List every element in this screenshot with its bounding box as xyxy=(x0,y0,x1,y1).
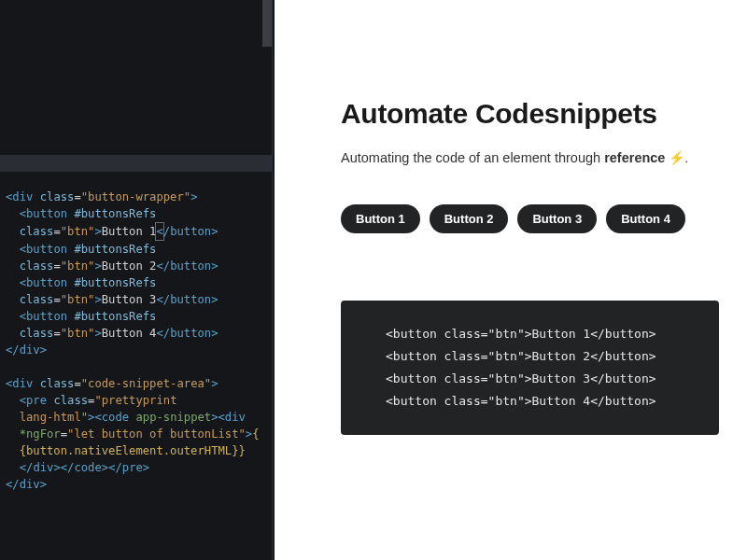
page-subtitle: Automating the code of an element throug… xyxy=(341,150,719,165)
demo-button-2[interactable]: Button 2 xyxy=(430,204,509,233)
page-title: Automate Codesnippets xyxy=(341,98,719,130)
editor-code[interactable]: <div class="button-wrapper"> <button #bu… xyxy=(6,189,272,493)
preview-pane: Automate Codesnippets Automating the cod… xyxy=(275,0,747,560)
snippet-line: <button class="btn">Button 1</button> xyxy=(386,323,674,345)
demo-button-3[interactable]: Button 3 xyxy=(517,204,597,233)
demo-button-4[interactable]: Button 4 xyxy=(606,204,685,233)
snippet-line: <button class="btn">Button 4</button> xyxy=(386,390,674,413)
button-row: Button 1 Button 2 Button 3 Button 4 xyxy=(341,204,719,233)
subtitle-pre: Automating the code of an element throug… xyxy=(341,150,604,165)
demo-button-1[interactable]: Button 1 xyxy=(341,204,420,233)
editor-scrollbar[interactable] xyxy=(262,0,272,47)
code-editor-pane[interactable]: <div class="button-wrapper"> <button #bu… xyxy=(0,0,272,560)
subtitle-bold: reference xyxy=(604,150,665,165)
editor-active-line xyxy=(0,155,272,172)
lightning-icon: ⚡. xyxy=(665,150,688,165)
snippet-line: <button class="btn">Button 3</button> xyxy=(386,368,674,390)
snippet-line: <button class="btn">Button 2</button> xyxy=(386,345,674,368)
code-snippet-area: <button class="btn">Button 1</button> <b… xyxy=(341,301,719,435)
